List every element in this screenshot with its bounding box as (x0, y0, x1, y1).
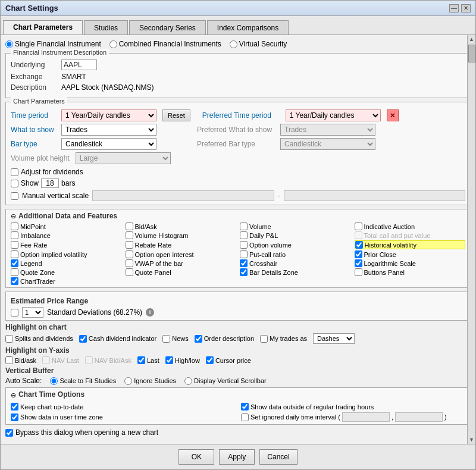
financial-instrument-title: Financial Instrument Description (11, 49, 109, 56)
preferred-what-label: Preferred What to show (197, 126, 274, 134)
cancel-button[interactable]: Cancel (259, 449, 297, 465)
adjust-dividends-row: Adjust for dividends (11, 168, 465, 176)
features-title-text: Additional Data and Features (18, 212, 117, 220)
time-period-select[interactable]: 1 Year/Daily candles (61, 109, 156, 121)
navbidask-item: NAV Bid/Ask (85, 356, 131, 364)
estimated-price-section: Estimated Price Range 1 Standard Deviati… (5, 292, 471, 321)
feature-optvol: Option volume (240, 240, 351, 249)
interval-start-input[interactable] (342, 412, 390, 422)
close-button[interactable]: ✕ (461, 4, 471, 12)
scroll-down-arrow[interactable]: ▼ (469, 437, 474, 444)
apply-button[interactable]: Apply (219, 449, 255, 465)
tabs-bar: Chart Parameters Studies Secondary Serie… (1, 16, 475, 35)
show-label: Show (21, 179, 39, 187)
show-user-timezone-item: Show data in user time zone (11, 412, 235, 422)
highlow-item: High/low (165, 356, 200, 364)
volume-select[interactable]: Large (76, 152, 171, 164)
manual-scale-checkbox[interactable] (11, 192, 18, 200)
virtual-security-radio[interactable]: Virtual Security (230, 40, 287, 48)
features-collapse-icon[interactable]: ⊖ (11, 212, 16, 220)
manual-scale-input-2[interactable] (284, 190, 465, 201)
exchange-value: SMART (61, 73, 86, 81)
minimize-button[interactable]: — (449, 4, 459, 12)
ok-button[interactable]: OK (178, 449, 214, 465)
ignore-studies-radio[interactable]: Ignore Studies (124, 377, 176, 385)
show-outside-hours-item: Show data outside of regular trading hou… (241, 403, 465, 411)
preferred-bar-label: Preferred Bar type (197, 140, 274, 148)
preferred-what-select[interactable]: Trades (280, 124, 375, 136)
tab-secondary-series[interactable]: Secondary Series (129, 20, 206, 35)
highlight-chart-row: Splits and dividends Cash dividend indic… (5, 333, 471, 344)
display-scrollbar-radio[interactable]: Display Vertical Scrollbar (184, 377, 267, 385)
my-trades-dropdown[interactable]: Dashes (313, 333, 355, 344)
chart-time-title: Chart Time Options (18, 390, 84, 399)
autoscale-label: Auto Scale: (5, 377, 42, 385)
last-item: Last (137, 356, 159, 364)
vertical-buffer-title: Vertical Buffer (5, 366, 471, 375)
tab-studies[interactable]: Studies (84, 20, 128, 35)
scrollbar-track[interactable]: ▲ ▼ (467, 35, 475, 444)
highlight-chart-section: Highlight on chart Splits and dividends … (5, 323, 471, 344)
std-dev-label: Standard Deviations (68.27%) (47, 308, 142, 317)
adjust-dividends-checkbox[interactable] (11, 168, 18, 176)
feature-optinterest: Option open interest (126, 250, 237, 258)
chart-settings-window: Chart Settings — ✕ Chart Parameters Stud… (0, 0, 476, 470)
manual-scale-row: Manual vertical scale - (11, 190, 465, 201)
interval-end-input[interactable] (395, 412, 443, 422)
bypass-checkbox[interactable] (5, 429, 13, 437)
estimated-checkbox[interactable] (11, 309, 18, 317)
feature-imbalance: Imbalance (11, 231, 122, 239)
tab-chart-parameters[interactable]: Chart Parameters (3, 20, 83, 35)
feature-bardetails: Bar Details Zone (240, 268, 351, 276)
feature-legend: Legend (11, 259, 122, 267)
feature-indicative: Indicative Auction (355, 223, 466, 230)
description-row: Description AAPL Stock (NASDAQ.NMS) (11, 83, 465, 92)
navlast-item: NAV Last (42, 356, 79, 364)
manual-scale-input-1[interactable] (92, 190, 274, 201)
vertical-buffer-section: Vertical Buffer Auto Scale: Scale to Fit… (5, 366, 471, 385)
keep-uptodate-item: Keep chart up-to-date (11, 403, 235, 411)
underlying-input[interactable] (61, 59, 97, 70)
std-dev-select[interactable]: 1 (22, 307, 43, 318)
preferred-bar-select[interactable]: Candlestick (280, 138, 375, 150)
scroll-thumb[interactable] (468, 45, 475, 62)
chart-params-section: Chart Parameters Time period 1 Year/Dail… (5, 102, 471, 205)
clear-preferred-time-button[interactable]: ✕ (387, 109, 399, 121)
scale-studies-radio[interactable]: Scale to Fit Studies (50, 377, 116, 385)
cursor-price-item: Cursor price (206, 356, 251, 364)
chart-time-grid: Keep chart up-to-date Show data outside … (11, 403, 465, 422)
feature-vwap: VWAP of the bar (126, 259, 237, 267)
feature-volume: Volume (240, 223, 351, 230)
feature-optimplied: Option implied volatility (11, 250, 122, 258)
show-bars-checkbox[interactable] (11, 180, 18, 187)
order-description-item: Order description (195, 335, 254, 343)
time-period-label: Time period (11, 111, 55, 120)
reset-button[interactable]: Reset (162, 109, 190, 121)
bidask-yaxis-item: Bid/ask (5, 356, 36, 364)
feature-quotezone: Quote Zone (11, 268, 122, 276)
bars-number-input[interactable] (41, 178, 59, 188)
what-to-show-select[interactable]: Trades (61, 124, 156, 136)
financial-instrument-section: Financial Instrument Description Underly… (5, 53, 471, 98)
tab-index-comparisons[interactable]: Index Comparisons (207, 20, 289, 35)
feature-priorclose: Prior Close (355, 250, 466, 258)
bar-type-row: Bar type Candlestick Preferred Bar type … (11, 138, 465, 150)
volume-label: Volume plot height (11, 154, 70, 162)
chart-time-collapse-icon[interactable]: ⊖ (11, 391, 16, 399)
bar-type-select[interactable]: Candlestick (61, 138, 156, 150)
feature-histvol: Historical volatility (355, 240, 466, 249)
main-content: Single Financial Instrument Combined Fin… (1, 35, 475, 440)
scroll-up-arrow[interactable]: ▲ (469, 35, 474, 42)
preferred-time-select[interactable]: 1 Year/Daily candles (286, 109, 381, 121)
volume-row: Volume plot height Large (11, 152, 465, 164)
feature-charttrader: ChartTrader (11, 277, 122, 285)
preferred-time-label: Preferred Time period (202, 111, 280, 120)
single-instrument-radio[interactable]: Single Financial Instrument (5, 40, 101, 48)
content-wrapper: Single Financial Instrument Combined Fin… (1, 35, 475, 444)
chart-params-title: Chart Parameters (11, 98, 67, 105)
feature-logscale: Logarithmic Scale (355, 259, 466, 267)
feature-rebate: Rebate Rate (126, 240, 237, 249)
combined-instrument-radio[interactable]: Combined Financial Instruments (109, 40, 221, 48)
bypass-label: Bypass this dialog when opening a new ch… (15, 428, 158, 437)
splits-dividends-item: Splits and dividends (5, 335, 73, 343)
